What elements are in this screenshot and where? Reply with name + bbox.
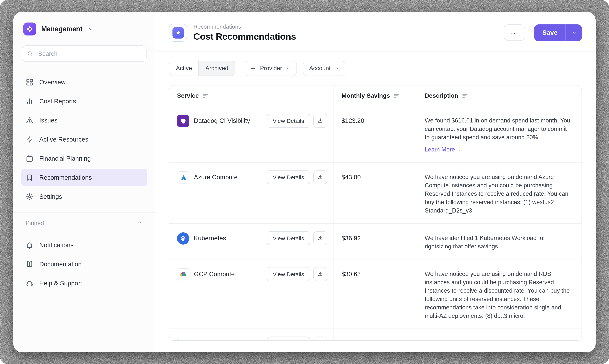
sort-icon (394, 93, 400, 98)
sidebar-item-label: Financial Planning (39, 155, 91, 162)
chevron-down-icon (335, 66, 339, 71)
monthly-savings-value: $28.64 (334, 329, 417, 341)
download-button[interactable] (313, 337, 327, 341)
pinned-section-header[interactable]: Pinned (21, 219, 147, 227)
page-icon-badge (169, 24, 187, 42)
column-header-service[interactable]: Service (169, 85, 334, 106)
description-cell: We found $616.01 in on demand spend last… (417, 106, 582, 162)
sidebar-item-help-support[interactable]: Help & Support (21, 274, 147, 292)
view-details-button[interactable]: View Details (267, 267, 310, 281)
download-button[interactable] (313, 114, 327, 128)
provider-filter-button[interactable]: Provider (244, 61, 297, 76)
search-input[interactable] (22, 45, 146, 62)
monthly-savings-value: $36.92 (334, 224, 417, 259)
header-actions: ⋯ Save (504, 24, 582, 41)
gear-icon (26, 193, 34, 200)
sidebar-item-label: Recommendations (39, 174, 92, 181)
column-header-description[interactable]: Description (417, 85, 582, 106)
description-text: We found $616.01 in on demand spend last… (425, 116, 572, 142)
sidebar-item-documentation[interactable]: Documentation (21, 255, 147, 273)
sidebar: Management Overview Cost Reports (13, 12, 155, 352)
column-header-monthly-savings[interactable]: Monthly Savings (334, 85, 417, 106)
service-name: AWS RDS (194, 340, 223, 341)
row-actions: View Details (267, 267, 327, 281)
table-row: aws AWS RDS View Details (169, 328, 582, 341)
more-options-button[interactable]: ⋯ (504, 25, 525, 41)
pinned-list: Notifications Documentation Help & Suppo… (21, 236, 147, 292)
page-title-block: Recommendations Cost Recommendations (194, 23, 296, 42)
download-button[interactable] (313, 170, 327, 184)
sort-icon (462, 93, 468, 98)
learn-more-label: Learn More (425, 145, 455, 154)
segment-archived[interactable]: Archived (198, 61, 235, 76)
sidebar-item-cost-reports[interactable]: Cost Reports (21, 92, 147, 110)
column-label: Service (177, 92, 199, 99)
download-icon (317, 235, 324, 242)
sidebar-item-recommendations[interactable]: Recommendations (21, 169, 147, 186)
description-cell: We have noticed you are using on demand … (417, 163, 582, 223)
download-icon (317, 271, 324, 277)
provider-filter-label: Provider (260, 65, 282, 72)
monthly-savings-value: $30.63 (334, 260, 417, 328)
chevron-right-icon (457, 147, 462, 152)
service-cell: GCP Compute View Details (169, 260, 334, 289)
sidebar-item-notifications[interactable]: Notifications (21, 236, 147, 254)
breadcrumb: Recommendations (194, 23, 296, 30)
sidebar-item-overview[interactable]: Overview (21, 73, 147, 91)
table-row: Datadog CI Visibility View Details $123.… (169, 106, 582, 162)
chevron-down-icon (571, 30, 577, 36)
service-name: Datadog CI Visibility (194, 117, 250, 124)
calendar-icon (26, 154, 34, 162)
sidebar-search (22, 45, 146, 62)
service-cell: Kubernetes View Details (169, 224, 334, 253)
description-text: We have identified 1 Kubernetes Workload… (425, 234, 572, 251)
download-button[interactable] (313, 231, 327, 245)
view-details-button[interactable]: View Details (267, 170, 310, 184)
sidebar-item-label: Notifications (39, 241, 74, 248)
sidebar-item-label: Settings (39, 193, 62, 200)
table-row: Azure Compute View Details $43.00 We hav… (169, 162, 582, 223)
screenshot-stage: Management Overview Cost Reports (0, 0, 609, 364)
sidebar-item-issues[interactable]: Issues (21, 111, 147, 129)
sidebar-item-label: Overview (39, 78, 66, 86)
warning-icon (26, 116, 34, 124)
account-filter-label: Account (309, 65, 331, 72)
service-name: GCP Compute (194, 271, 235, 278)
page-title: Cost Recommendations (194, 31, 296, 42)
filter-icon (250, 66, 256, 71)
workspace-switcher[interactable]: Management (21, 19, 147, 36)
segment-active[interactable]: Active (169, 61, 198, 76)
datadog-logo-icon (177, 115, 189, 127)
sidebar-item-label: Active Resources (39, 136, 88, 143)
row-actions: View Details (267, 231, 327, 245)
service-name: Kubernetes (194, 235, 226, 242)
sidebar-item-label: Issues (39, 117, 57, 124)
monthly-savings-value: $123.20 (334, 106, 417, 162)
sidebar-divider (13, 212, 155, 212)
sidebar-item-financial-planning[interactable]: Financial Planning (21, 150, 147, 167)
download-button[interactable] (313, 267, 327, 281)
sidebar-item-settings[interactable]: Settings (21, 188, 147, 205)
view-details-button[interactable]: View Details (267, 231, 310, 245)
service-cell: Azure Compute View Details (169, 163, 334, 192)
download-icon (317, 117, 324, 124)
book-icon (26, 260, 34, 268)
sidebar-item-label: Documentation (39, 260, 82, 268)
bolt-icon (26, 135, 34, 143)
save-dropdown-button[interactable] (566, 24, 582, 41)
account-filter-button[interactable]: Account (303, 61, 346, 76)
sidebar-item-active-resources[interactable]: Active Resources (21, 130, 147, 148)
service-cell: aws AWS RDS View Details (169, 329, 334, 341)
azure-logo-icon (177, 171, 189, 183)
dropdown-filters: Provider Account (244, 61, 345, 76)
view-details-button[interactable]: View Details (267, 114, 310, 128)
main-content: Recommendations Cost Recommendations ⋯ S… (155, 12, 596, 352)
learn-more-link[interactable]: Learn More (425, 145, 462, 154)
view-details-button[interactable]: View Details (267, 337, 310, 341)
star-icon (172, 27, 184, 38)
search-icon (27, 50, 34, 57)
save-button[interactable]: Save (534, 24, 566, 41)
app-window: Management Overview Cost Reports (13, 12, 596, 352)
download-icon (317, 340, 324, 341)
column-label: Monthly Savings (341, 92, 390, 99)
